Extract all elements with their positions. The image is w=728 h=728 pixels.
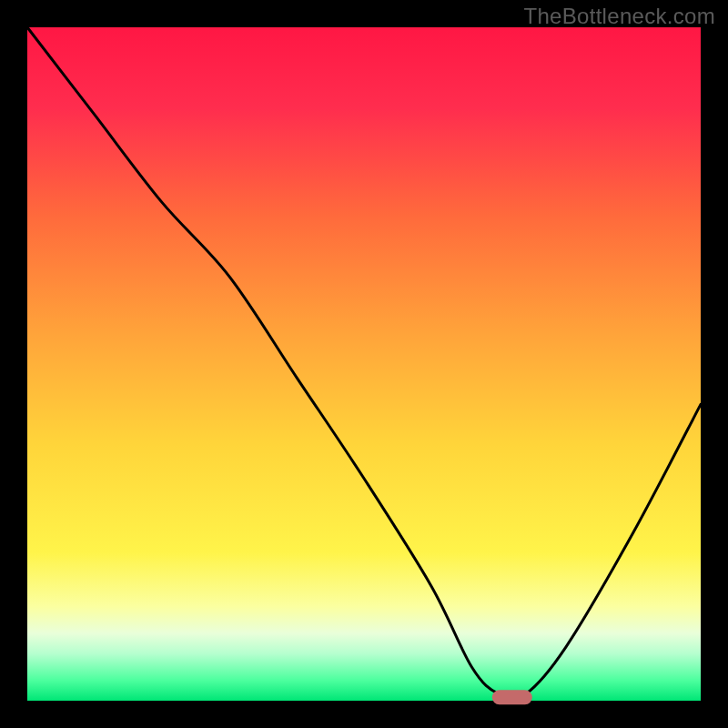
optimal-marker <box>492 690 532 704</box>
chart-frame: TheBottleneck.com <box>0 0 728 728</box>
watermark-text: TheBottleneck.com <box>523 4 715 29</box>
gradient-background <box>27 27 701 701</box>
bottleneck-plot <box>0 0 728 728</box>
